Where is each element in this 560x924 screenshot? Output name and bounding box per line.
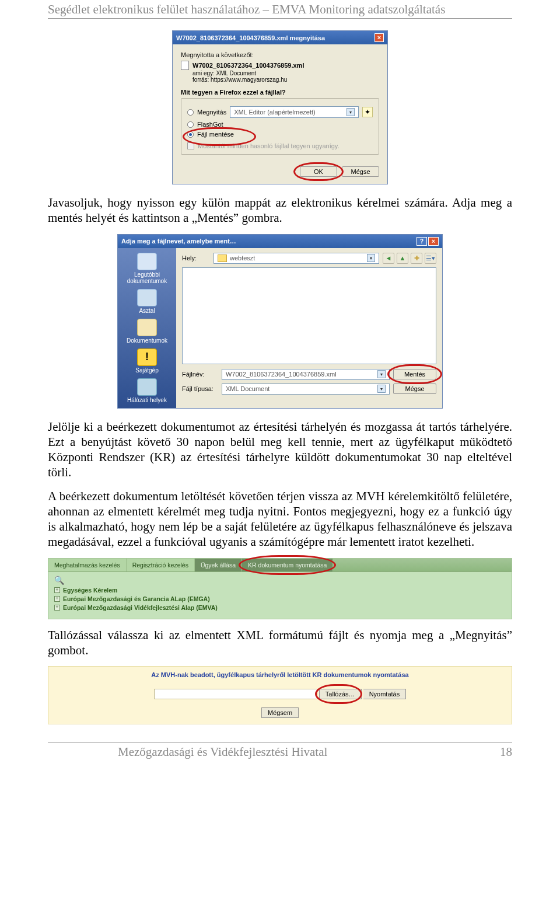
- cancel-button[interactable]: Mégse: [342, 166, 379, 177]
- cancel-button[interactable]: Mégsem: [261, 707, 299, 718]
- desktop-icon: [137, 289, 157, 306]
- tree-label: Egységes Kérelem: [63, 587, 117, 594]
- sidebar-desktop[interactable]: Asztal: [120, 288, 174, 315]
- chevron-down-icon: ▾: [377, 385, 386, 393]
- radio-open-label: Megnyitás: [197, 109, 226, 116]
- tree-label: Európai Mezőgazdasági Vidékfejlesztési A…: [63, 604, 218, 611]
- download-dialog-title: W7002_8106372364_1004376859.xml megnyitá…: [176, 34, 325, 41]
- print-button[interactable]: Nyomtatás: [363, 689, 407, 699]
- expand-icon: +: [54, 596, 60, 602]
- document-footer: Mezőgazdasági és Vidékfejlesztési Hivata…: [48, 742, 512, 765]
- expand-icon: +: [54, 605, 60, 611]
- recent-folder-icon: [137, 253, 157, 270]
- warning-icon: !: [137, 348, 157, 366]
- expand-icon: +: [54, 587, 60, 593]
- filetype-dropdown[interactable]: XML Document ▾: [222, 383, 390, 395]
- tree-item-emga[interactable]: + Európai Mezőgazdasági és Garancia ALap…: [54, 595, 506, 602]
- tree-item-emva[interactable]: + Európai Mezőgazdasági Vidékfejlesztési…: [54, 604, 506, 611]
- opening-filename: W7002_8106372364_1004376859.xml: [192, 62, 304, 69]
- tree-item-egyseges[interactable]: + Egységes Kérelem: [54, 587, 506, 594]
- location-value: webteszt: [230, 254, 255, 261]
- save-button[interactable]: Mentés: [393, 369, 436, 379]
- mvh-menu-panel: Meghatalmazás kezelés Regisztráció kezel…: [48, 558, 512, 619]
- chevron-down-icon: ▾: [377, 370, 386, 378]
- radio-flashgot-row[interactable]: FlashGot: [187, 121, 373, 128]
- documents-icon: [137, 319, 157, 336]
- kr-print-panel: Az MVH-nak beadott, ügyfélkapus tárhelyr…: [48, 666, 512, 724]
- download-dialog-titlebar: W7002_8106372364_1004376859.xml megnyitá…: [173, 31, 387, 44]
- save-as-dialog: Adja meg a fájlnevet, amelybe ment… ? × …: [117, 234, 443, 409]
- filename-input[interactable]: W7002_8106372364_1004376859.xml ▾: [222, 369, 390, 380]
- tab-ugyek-allasa[interactable]: Ügyek állása: [195, 559, 242, 571]
- location-label: Hely:: [182, 254, 210, 261]
- filename-value: W7002_8106372364_1004376859.xml: [226, 371, 337, 378]
- radio-icon: [187, 131, 194, 138]
- radio-flashgot-label: FlashGot: [197, 121, 223, 128]
- opening-label: Megnyitotta a következőt:: [181, 51, 379, 58]
- kr-panel-title: Az MVH-nak beadott, ügyfélkapus tárhelyr…: [53, 671, 507, 678]
- new-folder-icon[interactable]: ✚: [411, 253, 422, 264]
- remember-choice-row[interactable]: Mostantól minden hasonló fájllal tegyen …: [187, 142, 373, 149]
- tab-regisztracio[interactable]: Regisztráció kezelés: [127, 559, 195, 571]
- application-icon[interactable]: ✦: [362, 107, 373, 117]
- ok-button[interactable]: OK: [300, 166, 337, 177]
- file-path-input[interactable]: [154, 689, 317, 699]
- radio-icon: [187, 121, 194, 128]
- tab-meghatalmazas[interactable]: Meghatalmazás kezelés: [48, 559, 127, 571]
- paragraph-1: Javasoljuk, hogy nyisson egy külön mappá…: [48, 195, 512, 226]
- radio-save-label: Fájl mentése: [197, 131, 234, 138]
- open-with-value: XML Editor (alapértelmezett): [234, 109, 316, 116]
- save-dialog-titlebar: Adja meg a fájlnevet, amelybe ment… ? ×: [118, 235, 442, 248]
- sidebar-recent-label: Legutóbbi dokumentumok: [127, 271, 167, 284]
- tree-label: Európai Mezőgazdasági és Garancia ALap (…: [63, 595, 210, 602]
- chevron-down-icon: ▾: [367, 254, 375, 262]
- file-source-line: forrás: https://www.magyarorszag.hu: [181, 76, 379, 83]
- up-icon[interactable]: ▲: [397, 253, 408, 264]
- sidebar-desktop-label: Asztal: [139, 308, 155, 314]
- cancel-button[interactable]: Mégse: [393, 383, 436, 394]
- help-icon[interactable]: ?: [416, 237, 427, 246]
- filename-label: Fájlnév:: [182, 371, 218, 378]
- network-icon: [137, 378, 157, 396]
- footer-page: 18: [500, 745, 512, 759]
- footer-org: Mezőgazdasági és Vidékfejlesztési Hivata…: [48, 745, 327, 759]
- checkbox-icon: [187, 142, 194, 149]
- filetype-value: XML Document: [226, 385, 270, 392]
- close-icon[interactable]: ×: [428, 237, 439, 246]
- chevron-down-icon: ▾: [346, 108, 355, 116]
- sidebar-mydocs[interactable]: Dokumentumok: [120, 318, 174, 345]
- download-dialog: W7002_8106372364_1004376859.xml megnyitá…: [172, 30, 388, 184]
- sidebar-network-label: Hálózati helyek: [127, 397, 167, 403]
- back-icon[interactable]: ◄: [383, 253, 394, 264]
- browse-button[interactable]: Tallózás…: [319, 689, 362, 699]
- places-sidebar: Legutóbbi dokumentumok Asztal Dokumentum…: [118, 248, 176, 408]
- open-with-dropdown[interactable]: XML Editor (alapértelmezett) ▾: [230, 106, 359, 118]
- sidebar-recent[interactable]: Legutóbbi dokumentumok: [120, 252, 174, 285]
- tab-kr-nyomtatas[interactable]: KR dokumentum nyomtatása: [242, 559, 333, 571]
- file-icon: [181, 61, 189, 70]
- filetype-label: Fájl típusa:: [182, 385, 218, 392]
- paragraph-4: Tallózással válassza ki az elmentett XML…: [48, 627, 512, 658]
- remember-choice-label: Mostantól minden hasonló fájllal tegyen …: [198, 142, 340, 149]
- sidebar-mydocs-label: Dokumentumok: [127, 337, 167, 344]
- document-header: Segédlet elektronikus felület használatá…: [48, 0, 512, 19]
- file-type-line: ami egy: XML Document: [181, 70, 379, 76]
- sidebar-mycomputer-label: Sajátgép: [135, 367, 158, 374]
- action-group-label: Mit tegyen a Firefox ezzel a fájllal?: [181, 89, 379, 96]
- view-menu-icon[interactable]: ☰▾: [425, 253, 436, 264]
- folder-icon: [218, 254, 227, 262]
- radio-icon: [187, 109, 194, 116]
- save-dialog-title: Adja meg a fájlnevet, amelybe ment…: [121, 238, 236, 245]
- paragraph-2: Jelölje ki a beérkezett dokumentumot az …: [48, 419, 512, 480]
- file-list-area[interactable]: [182, 267, 436, 364]
- radio-open-row[interactable]: Megnyitás XML Editor (alapértelmezett) ▾…: [187, 106, 373, 118]
- search-icon[interactable]: 🔍: [54, 576, 506, 585]
- close-icon[interactable]: ×: [374, 33, 384, 42]
- sidebar-mycomputer[interactable]: ! Sajátgép: [120, 347, 174, 375]
- sidebar-network[interactable]: Hálózati helyek: [120, 377, 174, 405]
- location-dropdown[interactable]: webteszt ▾: [214, 253, 379, 264]
- paragraph-3: A beérkezett dokumentum letöltését követ…: [48, 489, 512, 550]
- radio-save-row[interactable]: Fájl mentése: [187, 131, 373, 138]
